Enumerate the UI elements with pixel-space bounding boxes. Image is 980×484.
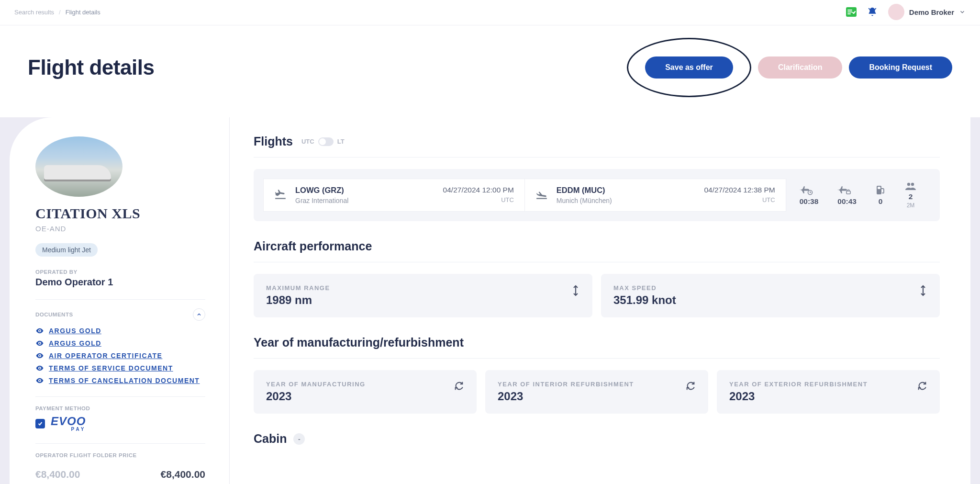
user-name: Demo Broker xyxy=(909,8,954,16)
document-name: AIR OPERATOR CERTIFICATE xyxy=(49,352,162,360)
year-exterior-label: YEAR OF EXTERIOR REFURBISHMENT xyxy=(729,381,868,388)
save-as-offer-button[interactable]: Save as offer xyxy=(645,56,733,79)
chevron-down-icon xyxy=(959,9,966,15)
block-time: 00:43 xyxy=(837,197,857,206)
booking-request-button[interactable]: Booking Request xyxy=(849,56,952,79)
year-manu-label: YEAR OF MANUFACTURING xyxy=(266,381,366,388)
svg-rect-2 xyxy=(846,191,850,194)
breadcrumb-sep: / xyxy=(59,9,61,16)
dest-code: EDDM (MUC) xyxy=(557,186,612,195)
aircraft-model: CITATION XLS xyxy=(35,205,205,222)
year-grid: YEAR OF MANUFACTURING 2023 YEAR OF INTER… xyxy=(254,370,940,414)
price-base: €8,400.00 xyxy=(35,469,80,480)
flight-stats: 00:38 00:43 0 xyxy=(786,179,930,212)
switch-icon[interactable] xyxy=(318,137,334,146)
eye-icon xyxy=(35,364,44,372)
page-title: Flight details xyxy=(28,56,154,79)
price-label: OPERATOR FLIGHT FOLDER PRICE xyxy=(35,452,205,458)
document-list: ARGUS GOLD ARGUS GOLD AIR OPERATOR CERTI… xyxy=(35,326,205,385)
stat-pax: 2 2M xyxy=(904,182,917,209)
performance-title: Aircraft performance xyxy=(254,239,940,253)
fuel-stops: 0 xyxy=(876,197,885,206)
content-panel: CITATION XLS OE-AND Medium light Jet OPE… xyxy=(10,117,970,484)
checkbox-checked-icon[interactable] xyxy=(35,419,45,428)
eye-icon xyxy=(35,339,44,348)
checklist-icon[interactable] xyxy=(846,7,857,17)
header-actions: Save as offer Clarification Booking Requ… xyxy=(627,38,952,97)
flight-card: LOWG (GRZ) Graz International 04/27/2024… xyxy=(254,169,940,221)
aircraft-registration: OE-AND xyxy=(35,225,205,233)
eye-icon xyxy=(35,376,44,385)
top-bar: Search results / Flight details Demo Bro… xyxy=(0,0,980,25)
cabin-indicator[interactable]: - xyxy=(293,433,305,445)
origin-name: Graz International xyxy=(295,197,348,204)
origin-code: LOWG (GRZ) xyxy=(295,186,348,195)
eye-icon xyxy=(35,351,44,360)
sync-icon xyxy=(454,381,464,391)
bell-icon[interactable] xyxy=(867,7,878,17)
dest-datetime: 04/27/2024 12:38 PM xyxy=(704,186,775,194)
breadcrumb-root[interactable]: Search results xyxy=(14,9,54,16)
origin-datetime: 04/27/2024 12:00 PM xyxy=(443,186,514,194)
dest-tz: UTC xyxy=(704,196,775,203)
operator-name: Demo Operator 1 xyxy=(35,277,205,288)
cabin-title: Cabin xyxy=(254,432,287,446)
max-range-label: MAXIMUM RANGE xyxy=(266,284,330,292)
stat-flight-time: 00:38 xyxy=(800,185,819,206)
operator-block: OPERATED BY Demo Operator 1 xyxy=(35,269,205,288)
flight-duration: 00:38 xyxy=(800,197,819,206)
documents-header[interactable]: DOCUMENTS xyxy=(35,308,205,321)
plane-clock-icon xyxy=(800,185,819,195)
year-title: Year of manufacturing/refurbishment xyxy=(254,336,940,349)
svg-point-5 xyxy=(907,182,910,185)
aircraft-category-chip: Medium light Jet xyxy=(35,243,98,257)
document-link[interactable]: ARGUS GOLD xyxy=(35,326,205,335)
sync-icon xyxy=(917,381,927,391)
year-interior-label: YEAR OF INTERIOR REFURBISHMENT xyxy=(498,381,634,388)
topbar-right: Demo Broker xyxy=(846,4,966,20)
breadcrumb-current: Flight details xyxy=(66,9,100,16)
document-name: TERMS OF CANCELLATION DOCUMENT xyxy=(49,377,200,384)
breadcrumb: Search results / Flight details xyxy=(14,9,100,16)
aircraft-image xyxy=(35,136,122,197)
main-content: Flights UTC LT LOWG (GRZ xyxy=(230,117,970,484)
plane-landing-icon xyxy=(535,189,548,201)
document-link[interactable]: ARGUS GOLD xyxy=(35,339,205,348)
max-speed-card: MAX SPEED 351.99 knot xyxy=(601,274,940,317)
pax-breakdown: 2M xyxy=(904,202,917,209)
documents-label: DOCUMENTS xyxy=(35,312,73,317)
year-manu-card: YEAR OF MANUFACTURING 2023 xyxy=(254,370,477,414)
max-speed-value: 351.99 knot xyxy=(613,293,676,307)
year-exterior-card: YEAR OF EXTERIOR REFURBISHMENT 2023 xyxy=(717,370,940,414)
chevron-up-icon[interactable] xyxy=(193,308,205,321)
tz-lt-label: LT xyxy=(337,138,345,145)
highlight-ellipse: Save as offer xyxy=(627,38,751,97)
document-name: TERMS OF SERVICE DOCUMENT xyxy=(49,364,173,372)
year-exterior-value: 2023 xyxy=(729,390,868,403)
passengers-icon xyxy=(904,182,917,191)
voopay-logo: EVOO xyxy=(51,416,86,427)
cabin-section: Cabin - xyxy=(254,432,940,446)
payment-label: PAYMENT METHOD xyxy=(35,405,205,411)
user-menu[interactable]: Demo Broker xyxy=(888,4,966,20)
flight-origin: LOWG (GRZ) Graz International 04/27/2024… xyxy=(263,179,525,212)
payment-brand: EVOO PAY xyxy=(51,416,86,432)
origin-tz: UTC xyxy=(443,196,514,203)
leg-group: LOWG (GRZ) Graz International 04/27/2024… xyxy=(263,179,786,212)
year-interior-card: YEAR OF INTERIOR REFURBISHMENT 2023 xyxy=(485,370,708,414)
timezone-toggle[interactable]: UTC LT xyxy=(301,137,345,146)
document-link[interactable]: TERMS OF CANCELLATION DOCUMENT xyxy=(35,376,205,385)
stat-block-time: 00:43 xyxy=(837,185,857,206)
dest-name: Munich (München) xyxy=(557,197,612,204)
plane-briefcase-icon xyxy=(837,185,857,195)
document-name: ARGUS GOLD xyxy=(49,339,101,347)
vertical-arrows-icon xyxy=(571,284,580,297)
document-name: ARGUS GOLD xyxy=(49,327,101,335)
stat-fuel: 0 xyxy=(876,185,885,206)
tz-utc-label: UTC xyxy=(301,138,314,145)
fuel-icon xyxy=(876,185,885,195)
document-link[interactable]: TERMS OF SERVICE DOCUMENT xyxy=(35,364,205,372)
clarification-button[interactable]: Clarification xyxy=(758,56,842,79)
max-speed-label: MAX SPEED xyxy=(613,284,676,292)
document-link[interactable]: AIR OPERATOR CERTIFICATE xyxy=(35,351,205,360)
